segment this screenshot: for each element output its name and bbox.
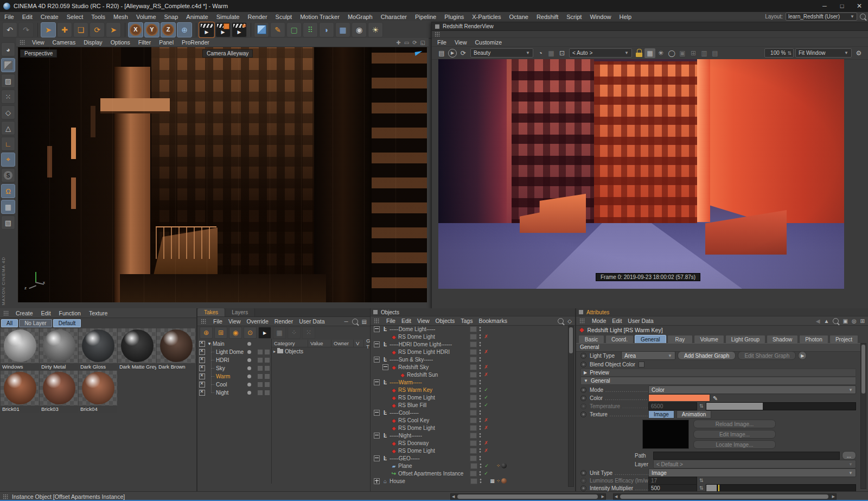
viewport-rotate-icon[interactable]: ⟳ bbox=[412, 40, 417, 46]
take-manager-tab[interactable]: Takes bbox=[197, 308, 225, 316]
texture-animation-button[interactable]: Animation bbox=[676, 410, 711, 418]
restart-render-icon[interactable]: ⟳ bbox=[458, 48, 469, 58]
spinner-icon[interactable]: ⇅ bbox=[787, 50, 792, 56]
render-settings-icon[interactable]: ▶ bbox=[232, 22, 247, 37]
objects-menu-item[interactable]: Objects bbox=[436, 318, 455, 324]
live-selection-icon[interactable]: ➤ bbox=[41, 22, 56, 37]
object-row[interactable]: Offset Apartments Instance bbox=[372, 470, 571, 477]
take-check-icon[interactable] bbox=[199, 357, 205, 363]
render-state-icon[interactable] bbox=[483, 402, 489, 408]
close-icon[interactable]: ✕ bbox=[851, 0, 868, 12]
polygons-mode-icon[interactable]: △ bbox=[1, 121, 15, 135]
maximize-icon[interactable]: □ bbox=[833, 0, 851, 12]
save-image-icon[interactable]: ▤ bbox=[436, 48, 447, 58]
visibility-dots[interactable] bbox=[479, 387, 481, 392]
menu-item[interactable]: Octane bbox=[509, 14, 528, 20]
scale-icon[interactable]: ❏ bbox=[73, 22, 88, 37]
view-label[interactable]: Perspective bbox=[20, 49, 57, 58]
object-row[interactable]: Plane bbox=[372, 462, 571, 470]
object-row[interactable]: RS Blue Fill bbox=[372, 401, 571, 409]
render-result-canvas[interactable]: Frame 0: 2019-09-23 18:00:02 (57.87s) bbox=[438, 59, 844, 289]
expander-icon[interactable] bbox=[374, 433, 380, 439]
keyframe-dot-icon[interactable] bbox=[580, 387, 586, 393]
copy-snapshot-icon[interactable]: ▤ bbox=[710, 48, 720, 58]
layer-color-box[interactable] bbox=[470, 395, 477, 401]
undo-icon[interactable]: ↶ bbox=[2, 22, 17, 37]
material-item[interactable]: Dirty Metal bbox=[40, 328, 78, 370]
layer-color-box[interactable] bbox=[470, 425, 477, 431]
move-icon[interactable]: ✚ bbox=[57, 22, 72, 37]
viewport-zoom-icon[interactable]: ▭ bbox=[404, 40, 409, 46]
primitive-cube-icon[interactable] bbox=[254, 22, 269, 37]
render-state-icon[interactable] bbox=[483, 471, 489, 476]
take-row[interactable]: ▼ Sky bbox=[197, 364, 271, 372]
takes-menu-item[interactable]: File bbox=[213, 318, 222, 325]
render-pass-dropdown[interactable]: Beauty ▼ bbox=[470, 48, 533, 58]
visibility-dots[interactable] bbox=[479, 379, 481, 385]
menu-item[interactable]: Window bbox=[590, 14, 611, 20]
last-tool-icon[interactable]: ➤ bbox=[106, 22, 121, 37]
locate-image-button[interactable]: Locate Image... bbox=[693, 440, 776, 449]
attributes-vertical-scrollbar[interactable] bbox=[860, 343, 866, 489]
object-row[interactable]: RS Dome Light bbox=[372, 424, 571, 432]
menu-item[interactable]: Help bbox=[620, 14, 632, 20]
expander-icon[interactable]: ▼ bbox=[207, 341, 213, 346]
render-state-icon[interactable] bbox=[483, 417, 489, 423]
overrides-column-header[interactable]: Value bbox=[308, 340, 331, 347]
renderview-menu-item[interactable]: Customize bbox=[475, 39, 502, 46]
take-check-icon[interactable] bbox=[199, 382, 205, 388]
environment-icon[interactable]: ▦ bbox=[335, 22, 350, 37]
overrides-column-header[interactable]: Owner bbox=[331, 340, 354, 347]
layer-color-box[interactable] bbox=[470, 455, 477, 461]
menu-item[interactable]: Snap bbox=[164, 14, 178, 20]
luminous-efficacy-input[interactable]: 17 bbox=[648, 477, 697, 485]
mode-dropdown[interactable]: Color ▼ bbox=[648, 385, 856, 394]
visibility-dots[interactable] bbox=[480, 478, 482, 484]
render-state-icon[interactable] bbox=[483, 364, 489, 370]
panel-grip-icon[interactable] bbox=[579, 318, 585, 324]
render-picture-viewer-icon[interactable]: ▶ bbox=[215, 22, 231, 37]
expander-icon[interactable] bbox=[374, 379, 380, 385]
object-row[interactable]: RS Doorway bbox=[372, 439, 571, 447]
attribute-tab[interactable]: Volume bbox=[694, 335, 724, 344]
visibility-dots[interactable] bbox=[479, 395, 481, 400]
menu-item[interactable]: Select bbox=[67, 14, 84, 20]
lock-icon[interactable]: ▣ bbox=[843, 318, 847, 324]
layer-dropdown[interactable]: < Default > ▼ bbox=[653, 460, 856, 468]
render-state-icon[interactable] bbox=[484, 463, 489, 468]
material-item[interactable]: Windows bbox=[1, 328, 39, 370]
keyframe-dot-icon[interactable] bbox=[580, 353, 586, 359]
panel-grip-icon[interactable] bbox=[435, 31, 440, 37]
objects-menu-item[interactable]: Edit bbox=[401, 318, 411, 324]
expander-icon[interactable]: ▸ bbox=[273, 349, 276, 354]
visibility-dots[interactable] bbox=[479, 425, 481, 430]
object-row[interactable]: -----Sun & Sky----- bbox=[372, 356, 571, 363]
object-row[interactable]: -----HDRI Dome Light------ bbox=[372, 340, 571, 348]
reload-image-button[interactable]: Reload Image... bbox=[693, 420, 776, 428]
take-state-dot[interactable] bbox=[247, 358, 251, 362]
spinner-icon[interactable]: ⇅ bbox=[699, 485, 704, 491]
take-state-dot[interactable] bbox=[247, 383, 251, 386]
object-row[interactable]: House bbox=[372, 477, 571, 485]
menu-item[interactable]: Animate bbox=[186, 14, 208, 20]
overrides-column-header[interactable]: V bbox=[354, 340, 364, 347]
coord-system-icon[interactable]: ⊕ bbox=[177, 22, 192, 37]
visibility-dots[interactable] bbox=[479, 417, 481, 423]
materials-menu-item[interactable]: Edit bbox=[41, 310, 51, 316]
take-check-icon[interactable] bbox=[199, 365, 205, 371]
objects-menu-item[interactable]: View bbox=[417, 318, 430, 324]
render-state-icon[interactable] bbox=[483, 387, 489, 392]
takes-menu-item[interactable]: User Data bbox=[299, 318, 324, 325]
add-child-take-icon[interactable]: ⊞ bbox=[214, 327, 227, 339]
rotate-icon[interactable]: ⟳ bbox=[90, 22, 105, 37]
history-forward-icon[interactable]: ▲ bbox=[824, 318, 829, 324]
attributes-menu-item[interactable]: Mode bbox=[592, 318, 606, 324]
take-check-icon[interactable] bbox=[199, 349, 205, 355]
renderview-menu-item[interactable]: File bbox=[437, 39, 446, 46]
expander-icon[interactable] bbox=[374, 455, 380, 461]
workplane-mode-icon[interactable]: ⌖ bbox=[1, 153, 15, 167]
quantize-icon[interactable]: ▧ bbox=[1, 215, 15, 230]
lock-workplane-icon[interactable]: ▦ bbox=[1, 200, 15, 214]
visibility-dots[interactable] bbox=[479, 334, 481, 339]
visibility-dots[interactable] bbox=[479, 455, 481, 461]
